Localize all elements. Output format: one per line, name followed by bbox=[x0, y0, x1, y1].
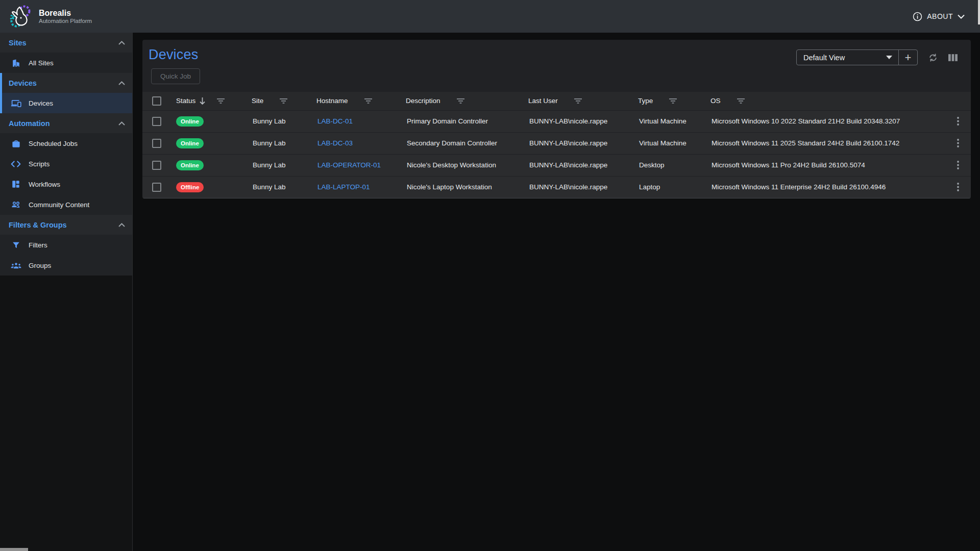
devices-card: Devices Quick Job Default View + bbox=[142, 40, 971, 198]
section-label: Devices bbox=[9, 79, 37, 87]
refresh-button[interactable] bbox=[928, 53, 938, 63]
row-actions-kebab-icon[interactable] bbox=[957, 139, 959, 147]
row-checkbox[interactable] bbox=[152, 161, 161, 170]
last-user-cell: BUNNY-LAB\nicole.rappe bbox=[528, 176, 638, 198]
filter-icon[interactable] bbox=[574, 98, 582, 104]
row-actions-kebab-icon[interactable] bbox=[957, 183, 959, 191]
last-user-cell: BUNNY-LAB\nicole.rappe bbox=[528, 132, 638, 154]
sidebar-section-devices[interactable]: Devices bbox=[0, 73, 132, 93]
hostname-link[interactable]: LAB-DC-01 bbox=[317, 117, 353, 125]
vertical-scrollbar-thumb[interactable] bbox=[978, 0, 980, 24]
table-row: Offline Bunny Lab LAB-LAPTOP-01 Nicole's… bbox=[142, 176, 971, 198]
status-badge: Online bbox=[176, 138, 204, 148]
column-header-description[interactable]: Description bbox=[406, 97, 440, 105]
section-label: Automation bbox=[9, 119, 50, 128]
status-badge: Online bbox=[176, 116, 204, 127]
dropdown-caret-icon bbox=[886, 56, 892, 59]
sidebar-section-sites[interactable]: Sites bbox=[0, 33, 132, 53]
sidebar-item-workflows[interactable]: Workflows bbox=[0, 174, 132, 194]
sidebar-item-filters[interactable]: Filters bbox=[0, 235, 132, 255]
sidebar-item-label: Filters bbox=[29, 241, 47, 249]
sidebar-item-groups[interactable]: Groups bbox=[0, 255, 132, 276]
sidebar: Sites All Sites Devices Devices Aut bbox=[0, 33, 133, 551]
topbar: Borealis Automation Platform ABOUT bbox=[0, 0, 980, 33]
sidebar-item-community-content[interactable]: Community Content bbox=[0, 194, 132, 215]
os-cell: Microsoft Windows 11 2025 Standard 24H2 … bbox=[710, 132, 945, 154]
devices-table: Status Site Hostname bbox=[142, 92, 971, 198]
sidebar-item-label: Groups bbox=[29, 262, 51, 269]
type-cell: Desktop bbox=[638, 154, 710, 176]
column-header-last-user[interactable]: Last User bbox=[528, 97, 558, 105]
code-icon bbox=[10, 160, 21, 168]
hostname-link[interactable]: LAB-DC-03 bbox=[317, 139, 353, 147]
sidebar-item-label: Community Content bbox=[29, 201, 89, 209]
description-cell: Nicole's Desktop Workstation bbox=[406, 154, 528, 176]
hostname-link[interactable]: LAB-LAPTOP-01 bbox=[317, 183, 370, 191]
sidebar-item-label: Scheduled Jobs bbox=[29, 140, 78, 147]
filter-icon[interactable] bbox=[364, 98, 372, 104]
column-header-status[interactable]: Status bbox=[176, 97, 195, 105]
funnel-icon bbox=[10, 241, 21, 249]
filter-icon[interactable] bbox=[669, 98, 677, 104]
add-view-button[interactable]: + bbox=[899, 50, 917, 65]
table-row: Online Bunny Lab LAB-DC-03 Secondary Dom… bbox=[142, 132, 971, 154]
row-checkbox[interactable] bbox=[152, 139, 161, 148]
row-actions-kebab-icon[interactable] bbox=[957, 117, 959, 126]
sidebar-section-automation[interactable]: Automation bbox=[0, 113, 132, 133]
columns-icon bbox=[948, 54, 958, 62]
row-checkbox[interactable] bbox=[152, 183, 161, 192]
about-label: ABOUT bbox=[927, 12, 953, 20]
chevron-up-icon bbox=[118, 223, 125, 227]
sidebar-item-label: Devices bbox=[29, 99, 53, 107]
sidebar-item-devices[interactable]: Devices bbox=[0, 93, 132, 113]
row-actions-kebab-icon[interactable] bbox=[957, 161, 959, 169]
sidebar-item-all-sites[interactable]: All Sites bbox=[0, 53, 132, 73]
chevron-down-icon bbox=[958, 14, 965, 19]
info-icon bbox=[913, 12, 922, 21]
about-menu[interactable]: ABOUT bbox=[913, 12, 965, 21]
site-cell: Bunny Lab bbox=[252, 110, 316, 132]
horizontal-scrollbar-thumb[interactable] bbox=[0, 548, 28, 551]
view-selector-dropdown[interactable]: Default View bbox=[797, 50, 899, 65]
status-badge: Online bbox=[176, 160, 204, 170]
filter-icon[interactable] bbox=[737, 98, 745, 104]
sidebar-item-label: All Sites bbox=[29, 59, 54, 67]
chevron-up-icon bbox=[118, 41, 125, 45]
column-header-type[interactable]: Type bbox=[638, 97, 653, 105]
site-cell: Bunny Lab bbox=[252, 176, 316, 198]
site-cell: Bunny Lab bbox=[252, 154, 316, 176]
column-header-site[interactable]: Site bbox=[252, 97, 263, 105]
sort-descending-icon[interactable] bbox=[199, 97, 206, 105]
chevron-up-icon bbox=[118, 81, 125, 85]
os-cell: Microsoft Windows 11 Enterprise 24H2 Bui… bbox=[710, 176, 945, 198]
building-icon bbox=[10, 58, 21, 68]
site-cell: Bunny Lab bbox=[252, 132, 316, 154]
type-cell: Laptop bbox=[638, 176, 710, 198]
os-cell: Microsoft Windows 10 2022 Standard 21H2 … bbox=[710, 110, 945, 132]
quick-job-button[interactable]: Quick Job bbox=[151, 68, 200, 84]
last-user-cell: BUNNY-LAB\nicole.rappe bbox=[528, 154, 638, 176]
app-name: Borealis bbox=[39, 9, 92, 18]
type-cell: Virtual Machine bbox=[638, 110, 710, 132]
card-header: Devices Quick Job Default View + bbox=[142, 40, 971, 92]
column-header-os[interactable]: OS bbox=[710, 97, 721, 105]
sidebar-section-filters-groups[interactable]: Filters & Groups bbox=[0, 215, 132, 235]
dashboard-icon bbox=[10, 180, 21, 189]
sidebar-item-scheduled-jobs[interactable]: Scheduled Jobs bbox=[0, 133, 132, 154]
table-row: Online Bunny Lab LAB-OPERATOR-01 Nicole'… bbox=[142, 154, 971, 176]
filter-icon[interactable] bbox=[217, 98, 225, 104]
select-all-checkbox[interactable] bbox=[152, 96, 161, 106]
column-header-hostname[interactable]: Hostname bbox=[316, 97, 348, 105]
filter-icon[interactable] bbox=[457, 98, 464, 104]
sidebar-item-scripts[interactable]: Scripts bbox=[0, 154, 132, 174]
people-icon bbox=[10, 201, 21, 209]
table-header-row: Status Site Hostname bbox=[142, 92, 971, 110]
row-checkbox[interactable] bbox=[152, 117, 161, 126]
hostname-link[interactable]: LAB-OPERATOR-01 bbox=[317, 161, 381, 169]
columns-button[interactable] bbox=[948, 54, 958, 62]
filter-icon[interactable] bbox=[280, 98, 287, 104]
section-label: Filters & Groups bbox=[9, 221, 67, 229]
sidebar-item-label: Workflows bbox=[29, 181, 60, 188]
description-cell: Primary Domain Controller bbox=[406, 110, 528, 132]
status-badge: Offline bbox=[176, 182, 204, 192]
